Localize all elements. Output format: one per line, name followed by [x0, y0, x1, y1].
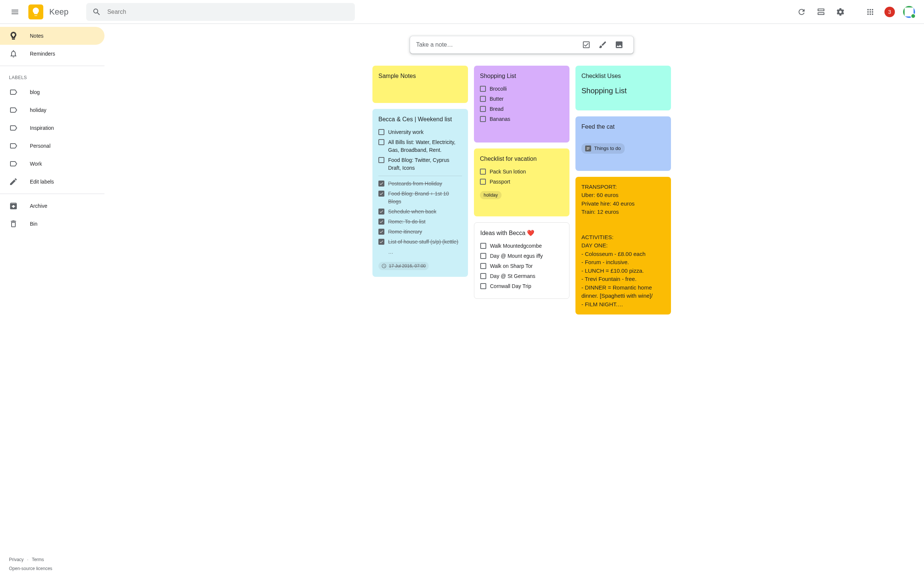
doc-chip[interactable]: Things to do	[582, 143, 625, 154]
sidebar-item-edit-labels[interactable]: Edit labels	[0, 173, 105, 191]
terms-link[interactable]: Terms	[32, 557, 44, 562]
lightbulb-icon	[9, 31, 18, 40]
keep-logo	[28, 5, 43, 20]
hamburger-icon	[10, 7, 20, 16]
search-icon	[92, 7, 101, 16]
checklist-item-done[interactable]: Rome itinerary	[378, 228, 462, 236]
sidebar-item-label-holiday[interactable]: holiday	[0, 101, 105, 119]
header-actions: 3	[793, 3, 918, 21]
reminder-chip[interactable]: 17 Jul 2016, 07:00	[378, 262, 429, 270]
checklist-item[interactable]: Passport	[480, 178, 564, 186]
sidebar-item-bin[interactable]: Bin	[0, 215, 105, 233]
checklist-item[interactable]: Cornwall Day Trip	[480, 282, 563, 290]
product-name: Keep	[49, 7, 68, 17]
checklist-item-done[interactable]: Food Blog: Brand + 1st 10 Blogs	[378, 190, 462, 206]
refresh-icon	[797, 7, 806, 16]
header: Keep 3	[0, 0, 924, 24]
checklist-item[interactable]: Day @ St Germans	[480, 272, 563, 280]
label-chip[interactable]: holiday	[480, 191, 501, 199]
account-button[interactable]	[900, 3, 918, 21]
checklist-item-done[interactable]: List of house stuff (s/p) (kettle)	[378, 238, 462, 246]
checkbox-icon	[582, 40, 591, 49]
note-body: Shopping List	[582, 85, 665, 96]
sidebar-footer: Privacy · Terms Open-source licences	[0, 549, 105, 579]
notifications-button[interactable]: 3	[881, 3, 899, 21]
sidebar-item-label: Work	[30, 161, 42, 167]
new-checklist-button[interactable]	[578, 36, 595, 53]
archive-icon	[9, 201, 18, 210]
checklist-item[interactable]: Brocolli	[480, 85, 564, 93]
sidebar-item-label: Notes	[30, 33, 44, 39]
checklist-item[interactable]: Bananas	[480, 115, 564, 123]
note-card[interactable]: Checklist for vacation Pack Sun lotion P…	[474, 149, 570, 216]
search-input[interactable]	[104, 8, 352, 15]
brush-icon	[598, 40, 607, 49]
sidebar-item-label-blog[interactable]: blog	[0, 83, 105, 101]
pencil-icon	[9, 177, 18, 186]
checklist-item[interactable]: Bread	[480, 105, 564, 113]
sidebar-item-label: Personal	[30, 143, 51, 149]
note-card[interactable]: Checklist Uses Shopping List	[575, 65, 671, 110]
sidebar-item-label-work[interactable]: Work	[0, 155, 105, 173]
label-icon	[9, 106, 18, 114]
note-title: Ideas with Becca ❤️	[480, 229, 563, 238]
checklist-item[interactable]: Butter	[480, 95, 564, 103]
refresh-button[interactable]	[793, 3, 811, 21]
gear-icon	[836, 7, 845, 16]
checklist-item[interactable]: University work	[378, 128, 462, 136]
settings-button[interactable]	[831, 3, 849, 21]
new-image-button[interactable]	[611, 36, 627, 53]
note-card[interactable]: Becca & Ces | Weekend list University wo…	[372, 109, 468, 277]
privacy-link[interactable]: Privacy	[9, 557, 23, 562]
label-icon	[9, 88, 18, 96]
checklist-item[interactable]: Walk on Sharp Tor	[480, 262, 563, 270]
note-title: Feed the cat	[582, 123, 665, 131]
more-indicator: …	[378, 248, 462, 256]
sidebar-item-label: Inspiration	[30, 125, 54, 131]
apps-grid-icon	[866, 7, 875, 16]
new-drawing-button[interactable]	[595, 36, 611, 53]
note-title: Sample Notes	[378, 72, 462, 80]
view-agenda-icon	[816, 7, 826, 16]
main-menu-button[interactable]	[6, 3, 24, 21]
notes-grid: Sample Notes Becca & Ces | Weekend list …	[372, 65, 671, 314]
licenses-link[interactable]: Open-source licences	[9, 566, 52, 571]
sidebar-item-notes[interactable]: Notes	[0, 27, 105, 45]
image-icon	[614, 40, 624, 49]
notification-badge: 3	[885, 7, 895, 17]
checklist-item[interactable]: Day @ Mount egus iffy	[480, 252, 563, 260]
sidebar-item-archive[interactable]: Archive	[0, 197, 105, 215]
note-card[interactable]: Shopping List Brocolli Butter Bread Bana…	[474, 65, 570, 142]
note-card[interactable]: TRANSPORT: Uber: 60 euros Private hire: …	[575, 177, 671, 315]
take-note-bar[interactable]: Take a note…	[410, 36, 634, 54]
list-view-button[interactable]	[812, 3, 830, 21]
sidebar-item-label: blog	[30, 89, 39, 95]
avatar	[903, 6, 915, 18]
sidebar-item-reminders[interactable]: Reminders	[0, 45, 105, 63]
checklist-item[interactable]: Walk Mountedgcombe	[480, 242, 563, 250]
take-note-placeholder: Take a note…	[416, 41, 578, 48]
main: Take a note… Sample Notes Becca & Ces | …	[105, 24, 924, 579]
checklist-item-done[interactable]: Schedule when back	[378, 208, 462, 216]
sidebar-item-label: Reminders	[30, 51, 55, 57]
labels-header: LABELS	[0, 69, 105, 83]
clock-icon	[382, 263, 387, 268]
sidebar-item-label-personal[interactable]: Personal	[0, 137, 105, 155]
checklist-item-done[interactable]: Rome: To do list	[378, 218, 462, 226]
sidebar-item-label: Archive	[30, 203, 48, 209]
checklist-item[interactable]: Food Blog: Twitter, Cyprus Draft, Icons	[378, 156, 462, 172]
checklist-item[interactable]: Pack Sun lotion	[480, 168, 564, 176]
note-title: Shopping List	[480, 72, 564, 80]
apps-button[interactable]	[861, 3, 879, 21]
checklist-item[interactable]: All Bills list: Water, Electricity, Gas,…	[378, 138, 462, 154]
sidebar-item-label-inspiration[interactable]: Inspiration	[0, 119, 105, 137]
note-card[interactable]: Feed the cat Things to do	[575, 116, 671, 171]
search-bar[interactable]	[86, 3, 355, 21]
label-icon	[9, 123, 18, 132]
note-card[interactable]: Ideas with Becca ❤️ Walk Mountedgcombe D…	[474, 222, 570, 299]
sidebar-item-label: holiday	[30, 107, 46, 113]
note-card[interactable]: Sample Notes	[372, 65, 468, 103]
checklist-item-done[interactable]: Postcards from Holiday	[378, 180, 462, 188]
search-button[interactable]	[89, 5, 104, 20]
label-icon	[9, 159, 18, 168]
